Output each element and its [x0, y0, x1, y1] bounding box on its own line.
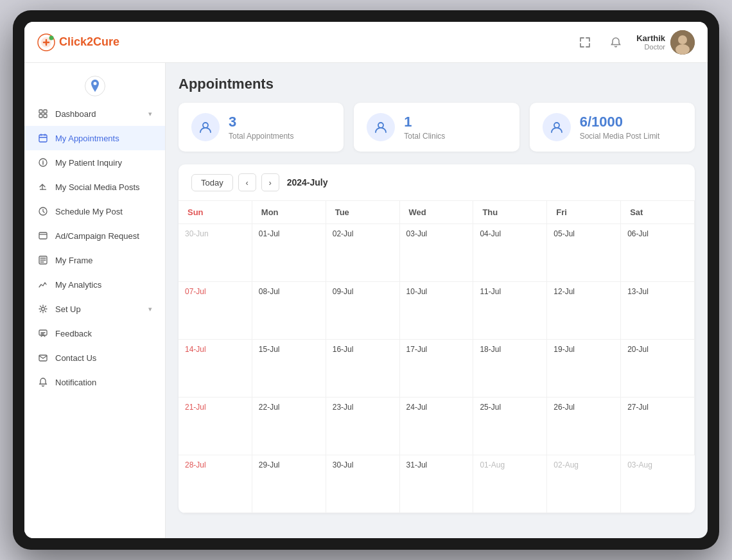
date-label-23-Jul: 23-Jul: [333, 403, 393, 412]
sidebar-item-set-up[interactable]: Set Up▾: [24, 297, 165, 321]
cal-cell-04-Jul[interactable]: 04-Jul: [473, 224, 547, 282]
stat-icon-total-appointments: [191, 113, 220, 141]
cal-cell-24-Jul[interactable]: 24-Jul: [400, 398, 474, 455]
svg-rect-9: [39, 114, 42, 118]
sidebar-item-ad-campaign-request[interactable]: Ad/Campaign Request: [24, 223, 165, 248]
cal-cell-13-Jul[interactable]: 13-Jul: [621, 282, 695, 340]
cal-cell-16-Jul[interactable]: 16-Jul: [326, 340, 400, 398]
cal-cell-26-Jul[interactable]: 26-Jul: [547, 398, 621, 455]
sidebar-item-feedback[interactable]: Feedback: [24, 321, 165, 346]
stat-info-social-media-post-limit: 6/1000 Social Media Post Limit: [580, 114, 660, 141]
date-label-03-Aug: 03-Aug: [627, 460, 688, 469]
cal-cell-29-Jul[interactable]: 29-Jul: [252, 455, 326, 513]
set-up-icon: [37, 303, 49, 315]
cal-cell-27-Jul[interactable]: 27-Jul: [621, 398, 695, 455]
svg-point-4: [678, 35, 687, 44]
stat-icon-total-clinics: [367, 113, 395, 141]
date-label-08-Jul: 08-Jul: [259, 287, 319, 296]
sidebar-label-my-appointments: My Appointments: [55, 134, 119, 143]
date-label-28-Jul: 28-Jul: [185, 460, 245, 469]
cal-cell-21-Jul[interactable]: 21-Jul: [179, 398, 252, 455]
cal-cell-18-Jul[interactable]: 18-Jul: [473, 340, 547, 398]
sidebar-item-contact-us[interactable]: Contact Us: [24, 346, 165, 370]
date-label-30-Jun: 30-Jun: [185, 229, 245, 238]
cal-cell-30-Jul[interactable]: 30-Jul: [326, 455, 400, 513]
feedback-icon: [37, 328, 49, 339]
sidebar-item-schedule-my-post[interactable]: Schedule My Post: [24, 199, 165, 223]
cal-cell-14-Jul[interactable]: 14-Jul: [179, 340, 252, 398]
sidebar-item-my-social-media-posts[interactable]: My Social Media Posts: [24, 175, 165, 199]
cal-cell-19-Jul[interactable]: 19-Jul: [547, 340, 621, 398]
cal-cell-01-Jul[interactable]: 01-Jul: [252, 224, 326, 282]
cal-cell-22-Jul[interactable]: 22-Jul: [252, 398, 326, 455]
cal-cell-12-Jul[interactable]: 12-Jul: [547, 282, 621, 340]
sidebar-item-my-appointments[interactable]: My Appointments: [24, 126, 165, 150]
svg-rect-7: [39, 110, 42, 113]
svg-point-16: [42, 308, 45, 311]
schedule-my-post-icon: [37, 206, 49, 217]
cal-cell-15-Jul[interactable]: 15-Jul: [252, 340, 326, 398]
expand-icon[interactable]: [575, 32, 595, 53]
next-month-button[interactable]: ›: [261, 173, 279, 191]
cal-cell-23-Jul[interactable]: 23-Jul: [326, 398, 400, 455]
cal-cell-17-Jul[interactable]: 17-Jul: [400, 340, 474, 398]
stat-label-total-clinics: Total Clinics: [404, 132, 445, 141]
date-label-22-Jul: 22-Jul: [259, 403, 319, 412]
avatar: [670, 30, 695, 55]
cal-header-tue: Tue: [326, 201, 400, 224]
prev-month-button[interactable]: ‹: [238, 173, 256, 191]
notification-bell-icon[interactable]: [606, 32, 626, 53]
sidebar-item-my-analytics[interactable]: My Analytics: [24, 272, 165, 297]
date-label-02-Aug: 02-Aug: [553, 460, 614, 469]
cal-cell-03-Aug[interactable]: 03-Aug: [621, 455, 695, 513]
cal-cell-01-Aug[interactable]: 01-Aug: [473, 455, 547, 513]
sidebar-label-schedule-my-post: Schedule My Post: [55, 207, 123, 216]
location-icon[interactable]: [85, 76, 105, 96]
sidebar-items-container: Dashboard▾My AppointmentsMy Patient Inqu…: [24, 101, 165, 394]
stats-row: 3 Total Appointments 1 Total Clinics 6/1…: [179, 103, 695, 152]
user-info[interactable]: Karthik Doctor: [636, 30, 695, 55]
stat-info-total-clinics: 1 Total Clinics: [404, 114, 445, 141]
cal-cell-03-Jul[interactable]: 03-Jul: [400, 224, 474, 282]
cal-cell-25-Jul[interactable]: 25-Jul: [473, 398, 547, 455]
sidebar-label-notification: Notification: [55, 378, 96, 387]
user-role: Doctor: [636, 43, 665, 51]
sidebar-item-notification[interactable]: Notification: [24, 370, 165, 394]
today-button[interactable]: Today: [191, 174, 233, 191]
stat-value-total-appointments: 3: [229, 114, 293, 130]
date-label-20-Jul: 20-Jul: [627, 345, 688, 354]
cal-cell-11-Jul[interactable]: 11-Jul: [473, 282, 547, 340]
cal-cell-31-Jul[interactable]: 31-Jul: [400, 455, 474, 513]
date-label-30-Jul: 30-Jul: [333, 460, 393, 469]
cal-cell-10-Jul[interactable]: 10-Jul: [400, 282, 474, 340]
date-label-03-Jul: 03-Jul: [406, 229, 467, 238]
cal-header-sat: Sat: [621, 201, 695, 224]
my-analytics-icon: [37, 279, 49, 290]
date-label-16-Jul: 16-Jul: [333, 345, 393, 354]
cal-cell-08-Jul[interactable]: 08-Jul: [252, 282, 326, 340]
sidebar-item-my-patient-inquiry[interactable]: My Patient Inquiry: [24, 150, 165, 175]
cal-cell-02-Jul[interactable]: 02-Jul: [326, 224, 400, 282]
cal-cell-06-Jul[interactable]: 06-Jul: [621, 224, 695, 282]
cal-cell-30-Jun[interactable]: 30-Jun: [179, 224, 252, 282]
cal-header-thu: Thu: [473, 201, 547, 224]
content: Appointments 3 Total Appointments 1: [166, 63, 708, 538]
calendar-grid: SunMonTueWedThuFriSat30-Jun01-Jul02-Jul0…: [179, 201, 695, 513]
stat-value-total-clinics: 1: [404, 114, 445, 130]
cal-cell-20-Jul[interactable]: 20-Jul: [621, 340, 695, 398]
sidebar-item-my-frame[interactable]: My Frame: [24, 248, 165, 272]
date-label-14-Jul: 14-Jul: [185, 345, 245, 354]
cal-cell-09-Jul[interactable]: 09-Jul: [326, 282, 400, 340]
date-label-04-Jul: 04-Jul: [480, 229, 540, 238]
cal-cell-02-Aug[interactable]: 02-Aug: [547, 455, 621, 513]
cal-cell-05-Jul[interactable]: 05-Jul: [547, 224, 621, 282]
sidebar-item-dashboard[interactable]: Dashboard▾: [24, 101, 165, 126]
cal-cell-28-Jul[interactable]: 28-Jul: [179, 455, 252, 513]
cal-cell-07-Jul[interactable]: 07-Jul: [179, 282, 252, 340]
stat-label-total-appointments: Total Appointments: [229, 132, 293, 141]
sidebar-arrow-set-up: ▾: [148, 305, 152, 313]
my-frame-icon: [37, 254, 49, 266]
date-label-01-Jul: 01-Jul: [259, 229, 319, 238]
cal-header-mon: Mon: [252, 201, 326, 224]
page-title: Appointments: [179, 76, 695, 92]
